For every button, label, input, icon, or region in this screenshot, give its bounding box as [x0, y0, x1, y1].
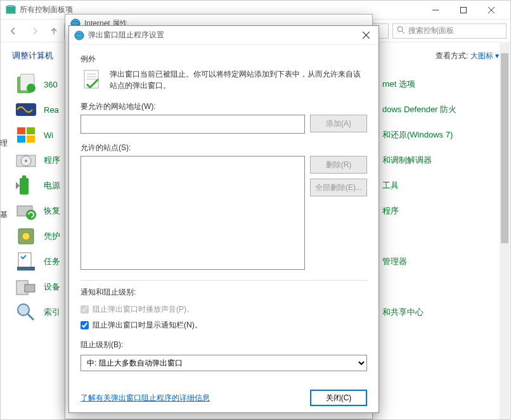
safe-icon	[15, 225, 37, 248]
svg-rect-15	[27, 136, 35, 143]
svg-line-30	[28, 314, 34, 320]
dialog-body: 例外 弹出窗口当前已被阻止。你可以将特定网站添加到下表中，从而允许来自该站点的弹…	[69, 45, 378, 412]
sound-checkbox[interactable]	[81, 305, 89, 314]
cp-item[interactable]: 程序	[12, 148, 69, 173]
allow-address-input[interactable]	[81, 115, 305, 134]
sound-checkbox-row[interactable]: 阻止弹出窗口时播放声音(P)。	[81, 304, 367, 315]
svg-point-24	[22, 232, 30, 240]
window-controls	[422, 1, 505, 19]
battery-icon	[15, 174, 37, 197]
cp-right-col: rnet 选项 dows Defender 防火 和还原(Windows 7) …	[380, 72, 499, 325]
svg-point-10	[27, 84, 36, 92]
svg-point-6	[398, 27, 403, 32]
delete-all-button[interactable]: 全部删除(E)...	[310, 179, 367, 196]
svg-rect-14	[17, 136, 25, 143]
divider	[81, 280, 367, 281]
cp-item[interactable]: 电源	[12, 173, 69, 198]
cp-item[interactable]: rnet 选项	[380, 72, 499, 97]
svg-rect-0	[6, 6, 15, 13]
control-panel-icon	[6, 5, 16, 15]
cp-left-col: 360 Rea Wi 程序 电源 恢复 凭护 任务 设备 索引	[12, 72, 69, 325]
close-dialog-button[interactable]: 关闭(C)	[310, 390, 367, 406]
cp-item[interactable]: 设备	[12, 274, 69, 300]
cp-item[interactable]: 索引	[12, 300, 69, 325]
address-input-row: 添加(A)	[81, 115, 367, 134]
notification-checkbox-row[interactable]: 阻止弹出窗口时显示通知栏(N)。	[81, 320, 367, 331]
popup-dialog-title: 弹出窗口阻止程序设置	[88, 30, 354, 41]
notify-section-label: 通知和阻止级别:	[81, 287, 367, 298]
allow-address-label: 要允许的网站地址(W):	[81, 101, 367, 112]
disc-icon	[15, 149, 37, 172]
list-buttons: 删除(R) 全部删除(E)...	[310, 156, 367, 270]
svg-rect-28	[25, 284, 35, 292]
block-level-select[interactable]: 中: 阻止大多数自动弹出窗口	[81, 355, 367, 371]
app-icon	[15, 73, 37, 96]
description-row: 弹出窗口当前已被阻止。你可以将特定网站添加到下表中，从而允许来自该站点的弹出窗口…	[81, 68, 367, 91]
cp-item[interactable]: 管理器	[380, 249, 499, 274]
adjust-label: 调整计算机	[12, 50, 53, 61]
internet-icon	[74, 30, 84, 41]
cp-item[interactable]	[380, 224, 499, 249]
search-icon	[397, 26, 406, 36]
svg-rect-3	[461, 7, 467, 13]
svg-rect-13	[27, 127, 35, 134]
sound-checkbox-label: 阻止弹出窗口时播放声音(P)。	[93, 304, 194, 315]
exceptions-section-label: 例外	[81, 54, 367, 65]
learn-more-link[interactable]: 了解有关弹出窗口阻止程序的详细信息	[81, 393, 210, 404]
minimize-button[interactable]	[422, 1, 450, 19]
svg-line-7	[402, 31, 404, 34]
up-button[interactable]	[48, 22, 60, 40]
cp-item[interactable]: 工具	[380, 173, 499, 198]
app-icon	[15, 98, 37, 121]
left-strip: 理 基	[0, 68, 9, 220]
description-text: 弹出窗口当前已被阻止。你可以将特定网站添加到下表中，从而允许来自该站点的弹出窗口…	[110, 68, 367, 91]
view-mode: 查看方式: 大图标 ▾	[436, 51, 499, 61]
svg-point-29	[18, 304, 29, 315]
scrollbar-thumb[interactable]	[501, 53, 508, 243]
view-label: 查看方式:	[436, 51, 468, 60]
allowed-sites-listbox[interactable]	[81, 156, 305, 270]
forward-button[interactable]	[26, 22, 44, 40]
popup-dialog-titlebar: 弹出窗口阻止程序设置	[69, 26, 378, 45]
close-button[interactable]	[354, 27, 377, 44]
cp-item[interactable]: Wi	[12, 122, 69, 148]
popup-blocker-dialog: 弹出窗口阻止程序设置 例外 弹出窗口当前已被阻止。你可以将特定网站添加到下表中，…	[68, 25, 379, 413]
svg-point-22	[26, 210, 36, 220]
windows-icon	[15, 124, 37, 146]
cp-item[interactable]: 和调制解调器	[380, 148, 499, 173]
footer-row: 了解有关弹出窗口阻止程序的详细信息 关闭(C)	[81, 385, 367, 406]
cp-item[interactable]: 程序	[380, 198, 499, 224]
maximize-button[interactable]	[450, 1, 477, 19]
back-button[interactable]	[4, 22, 22, 40]
view-mode-link[interactable]: 大图标 ▾	[470, 51, 499, 60]
svg-rect-19	[20, 178, 29, 194]
cp-item[interactable]: 360	[12, 72, 69, 97]
delete-button[interactable]: 删除(R)	[310, 156, 367, 174]
search-index-icon	[15, 301, 37, 324]
svg-rect-11	[16, 103, 36, 116]
svg-rect-20	[22, 175, 26, 179]
cp-item[interactable]	[380, 274, 499, 300]
document-check-icon	[81, 68, 103, 91]
cp-item[interactable]: 任务	[12, 249, 69, 274]
svg-rect-12	[17, 127, 25, 134]
svg-point-18	[25, 160, 27, 162]
cp-item[interactable]: 恢复	[12, 198, 69, 224]
svg-point-33	[75, 31, 84, 40]
checklist-icon	[15, 250, 37, 273]
notification-checkbox[interactable]	[81, 321, 89, 329]
block-level-label: 阻止级别(B):	[81, 340, 367, 350]
notification-checkbox-label: 阻止弹出窗口时显示通知栏(N)。	[93, 320, 202, 331]
recovery-icon	[15, 200, 37, 222]
add-button[interactable]: 添加(A)	[310, 115, 367, 132]
devices-icon	[15, 276, 37, 298]
cp-item[interactable]: 凭护	[12, 224, 69, 249]
cp-item[interactable]: 和共享中心	[380, 300, 499, 325]
close-button[interactable]	[477, 1, 505, 19]
cp-item[interactable]: dows Defender 防火	[380, 97, 499, 122]
scrollbar[interactable]	[500, 43, 510, 419]
cp-item[interactable]: Rea	[12, 97, 69, 122]
cp-item[interactable]: 和还原(Windows 7)	[380, 122, 499, 148]
search-box[interactable]: 搜索控制面板	[392, 23, 507, 39]
svg-rect-26	[17, 267, 35, 270]
